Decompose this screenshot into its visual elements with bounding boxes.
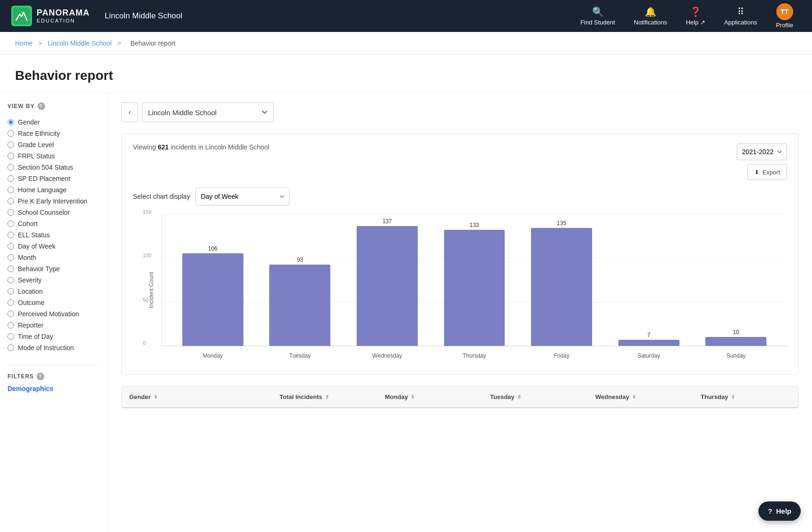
bar-rect-saturday xyxy=(618,340,679,346)
radio-severity[interactable] xyxy=(8,277,14,283)
navbar: PANORAMA EDUCATION Lincoln Middle School… xyxy=(0,0,812,32)
radio-outcome[interactable] xyxy=(8,299,14,306)
chart-controls: 2021-2022 2020-2021 2019-2020 ⬇ Export xyxy=(737,143,787,180)
view-by-option-frpl-status[interactable]: FRPL Status xyxy=(8,150,100,162)
y-axis-label: Incident Count xyxy=(148,272,155,308)
radio-frpl-status[interactable] xyxy=(8,153,14,159)
radio-pre-k[interactable] xyxy=(8,198,14,204)
view-by-option-reporter[interactable]: Reporter xyxy=(8,320,100,331)
radio-home-language[interactable] xyxy=(8,187,14,193)
radio-month[interactable] xyxy=(8,254,14,261)
bar-rect-friday xyxy=(531,228,592,346)
radio-time-of-day[interactable] xyxy=(8,333,14,340)
chart-display-select[interactable]: Day of Week Month Behavior Type Severity… xyxy=(195,188,289,205)
bar-value-saturday: 7 xyxy=(647,332,650,338)
view-by-option-pre-k[interactable]: Pre K Early Intervention xyxy=(8,196,100,207)
view-by-option-ell-status[interactable]: ELL Status xyxy=(8,229,100,241)
logo-icon xyxy=(11,6,32,26)
bar-label-friday: Friday xyxy=(554,352,569,359)
school-select[interactable]: Lincoln Middle School xyxy=(142,102,273,122)
radio-label-behavior-type: Behavior Type xyxy=(18,265,60,273)
breadcrumb-current: Behavior report xyxy=(131,39,176,47)
view-by-option-race-ethnicity[interactable]: Race Ethnicity xyxy=(8,128,100,139)
applications-nav[interactable]: ⠿ Applications xyxy=(717,2,765,30)
radio-grade-level[interactable] xyxy=(8,141,14,148)
view-by-option-time-of-day[interactable]: Time of Day xyxy=(8,331,100,342)
filters-info-icon[interactable]: ? xyxy=(37,373,44,380)
th-wednesday[interactable]: Wednesday ⇕ xyxy=(588,387,693,407)
demographics-filter[interactable]: Demographics xyxy=(8,385,100,392)
view-by-option-outcome[interactable]: Outcome xyxy=(8,297,100,308)
th-tuesday[interactable]: Tuesday ⇕ xyxy=(483,387,588,407)
main-content: ‹ Lincoln Middle School Viewing 621 inci… xyxy=(108,93,812,531)
radio-behavior-type[interactable] xyxy=(8,266,14,272)
bar-label-saturday: Saturday xyxy=(638,352,660,359)
radio-school-counselor[interactable] xyxy=(8,209,14,216)
breadcrumb-sep-2: > xyxy=(117,39,123,47)
view-by-option-month[interactable]: Month xyxy=(8,252,100,263)
view-by-option-cohort[interactable]: Cohort xyxy=(8,218,100,229)
bar-sunday: 10Sunday xyxy=(692,215,780,346)
bar-rect-wednesday xyxy=(357,226,418,346)
table-section: Gender ⇕ Total Incidents ⇕ Monday ⇕ Tues… xyxy=(121,386,799,408)
download-icon: ⬇ xyxy=(754,169,759,176)
export-button[interactable]: ⬇ Export xyxy=(747,164,787,180)
view-by-option-day-of-week[interactable]: Day of Week xyxy=(8,241,100,252)
radio-mode-of-instruction[interactable] xyxy=(8,344,14,351)
th-thursday[interactable]: Thursday ⇕ xyxy=(693,387,798,407)
help-fab-icon: ? xyxy=(768,507,772,515)
view-by-options: GenderRace EthnicityGrade LevelFRPL Stat… xyxy=(8,117,100,353)
notifications-label: Notifications xyxy=(634,19,667,26)
view-by-option-location[interactable]: Location xyxy=(8,286,100,297)
view-by-option-grade-level[interactable]: Grade Level xyxy=(8,139,100,150)
view-by-option-school-counselor[interactable]: School Counselor xyxy=(8,207,100,218)
th-gender[interactable]: Gender ⇕ xyxy=(122,387,272,407)
th-monday[interactable]: Monday ⇕ xyxy=(377,387,483,407)
help-fab-button[interactable]: ? Help xyxy=(758,501,801,521)
back-button[interactable]: ‹ xyxy=(121,102,138,122)
page-title: Behavior report xyxy=(15,68,797,83)
radio-gender[interactable] xyxy=(8,119,14,125)
radio-label-perceived-motivation: Perceived Motivation xyxy=(18,310,79,318)
view-by-option-gender[interactable]: Gender xyxy=(8,117,100,128)
view-by-option-sp-ed-placement[interactable]: SP ED Placement xyxy=(8,173,100,184)
radio-sp-ed-placement[interactable] xyxy=(8,175,14,182)
bar-thursday: 133Thursday xyxy=(431,215,518,346)
radio-location[interactable] xyxy=(8,288,14,295)
breadcrumb-school[interactable]: Lincoln Middle School xyxy=(47,39,111,47)
find-student-label: Find Student xyxy=(580,19,615,26)
view-by-option-severity[interactable]: Severity xyxy=(8,274,100,286)
bar-monday: 106Monday xyxy=(169,215,257,346)
profile-nav[interactable]: TT Profile xyxy=(768,0,801,32)
radio-section-504-status[interactable] xyxy=(8,164,14,171)
view-by-info-icon[interactable]: ? xyxy=(38,102,45,110)
view-by-option-mode-of-instruction[interactable]: Mode of Instruction xyxy=(8,342,100,353)
svg-point-1 xyxy=(21,11,23,13)
bar-label-sunday: Sunday xyxy=(726,352,746,359)
radio-reporter[interactable] xyxy=(8,322,14,329)
navbar-school-name: Lincoln Middle School xyxy=(105,11,573,21)
radio-cohort[interactable] xyxy=(8,220,14,227)
notifications-nav[interactable]: 🔔 Notifications xyxy=(626,2,675,30)
radio-label-month: Month xyxy=(18,254,36,261)
filters-section: FILTERS ? Demographics xyxy=(8,365,100,392)
radio-day-of-week[interactable] xyxy=(8,243,14,250)
logo[interactable]: PANORAMA EDUCATION xyxy=(11,6,90,26)
help-nav[interactable]: ❓ Help ↗ xyxy=(679,2,713,30)
year-select[interactable]: 2021-2022 2020-2021 2019-2020 xyxy=(737,143,787,160)
th-total[interactable]: Total Incidents ⇕ xyxy=(272,387,377,407)
radio-ell-status[interactable] xyxy=(8,232,14,238)
view-by-option-perceived-motivation[interactable]: Perceived Motivation xyxy=(8,308,100,320)
radio-race-ethnicity[interactable] xyxy=(8,130,14,137)
view-by-option-behavior-type[interactable]: Behavior Type xyxy=(8,263,100,274)
breadcrumb-home[interactable]: Home xyxy=(15,39,32,47)
view-by-section-label: VIEW BY ? xyxy=(8,102,100,110)
radio-label-reporter: Reporter xyxy=(18,321,43,329)
sort-icon-total: ⇕ xyxy=(325,394,329,399)
find-student-nav[interactable]: 🔍 Find Student xyxy=(573,2,623,30)
view-by-option-home-language[interactable]: Home Language xyxy=(8,184,100,196)
radio-perceived-motivation[interactable] xyxy=(8,311,14,317)
logo-text: PANORAMA EDUCATION xyxy=(37,8,90,23)
view-by-option-section-504-status[interactable]: Section 504 Status xyxy=(8,162,100,173)
bar-label-wednesday: Wednesday xyxy=(372,352,402,359)
